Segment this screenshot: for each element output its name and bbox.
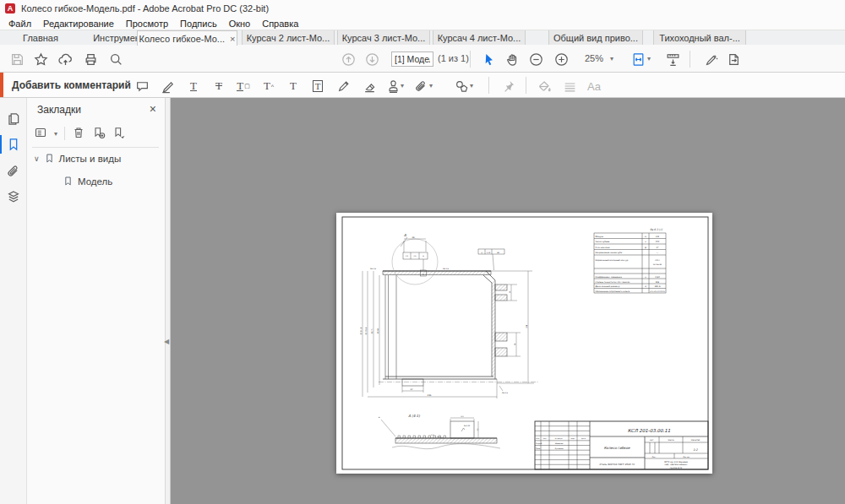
export-pdf-button[interactable] bbox=[725, 51, 742, 68]
svg-text:0°: 0° bbox=[657, 247, 659, 249]
line-thickness-button[interactable] bbox=[561, 78, 578, 95]
menu-sign[interactable]: Подпись bbox=[174, 19, 223, 29]
zoom-dropdown-caret[interactable]: ▾ bbox=[610, 55, 613, 62]
strikethrough-text-button[interactable]: T bbox=[210, 78, 227, 95]
layers-icon[interactable] bbox=[6, 189, 21, 204]
svg-text:Ø176,6: Ø176,6 bbox=[365, 327, 368, 334]
goto-bookmark-icon[interactable] bbox=[112, 126, 126, 141]
menu-file[interactable]: Файл bbox=[3, 19, 37, 29]
page-thumbnails-icon[interactable] bbox=[6, 111, 21, 127]
select-tool-button[interactable] bbox=[480, 51, 497, 68]
search-button[interactable] bbox=[107, 51, 124, 68]
fit-page-button[interactable] bbox=[630, 51, 646, 68]
print-button[interactable] bbox=[82, 51, 99, 68]
stamp-button[interactable] bbox=[384, 78, 401, 95]
menu-view[interactable]: Просмотр bbox=[120, 19, 174, 29]
highlight-button[interactable] bbox=[159, 78, 176, 95]
svg-text:20: 20 bbox=[514, 343, 516, 345]
main-section-view: Ø181,6 Ø176,6 Ø171 Ø164 28 168 16 20 24 … bbox=[360, 233, 539, 436]
fit-dropdown-caret[interactable]: ▾ bbox=[647, 55, 651, 62]
tab-doc-active[interactable]: Колесо гибкое-Мо...× bbox=[137, 30, 237, 46]
text-box-button[interactable]: T bbox=[309, 78, 326, 95]
svg-text:Ra 2,5: Ra 2,5 bbox=[502, 392, 509, 394]
svg-text:◎: ◎ bbox=[481, 252, 482, 254]
svg-text:0,1: 0,1 bbox=[406, 255, 409, 257]
comment-divider bbox=[488, 77, 489, 94]
measure-tool-button[interactable] bbox=[664, 51, 681, 68]
text-properties-button[interactable]: Aa bbox=[586, 78, 602, 95]
bookmark-options-icon[interactable] bbox=[34, 126, 47, 141]
eraser-button[interactable] bbox=[361, 78, 378, 95]
stamp-caret[interactable]: ▾ bbox=[401, 82, 404, 89]
replace-text-button[interactable]: T▢ bbox=[235, 78, 252, 95]
shapes-caret[interactable]: ▾ bbox=[470, 82, 473, 89]
active-panel-indicator bbox=[0, 135, 2, 154]
draw-pencil-button[interactable] bbox=[335, 78, 352, 95]
bookmarks-panel: Закладки × ▾ ∨ Листы и виды Модель bbox=[27, 98, 166, 504]
fill-sign-button[interactable] bbox=[703, 51, 720, 68]
panel-close-icon[interactable]: × bbox=[150, 102, 156, 116]
gear-parameters-table: Ra 6,3 (√) Модульm0,8 Число зубьевz222 У… bbox=[594, 228, 666, 294]
insert-text-button[interactable]: T^ bbox=[260, 78, 277, 95]
prev-page-button[interactable] bbox=[340, 51, 357, 68]
bookmarks-icon[interactable] bbox=[6, 137, 21, 152]
menu-help[interactable]: Справка bbox=[256, 19, 304, 29]
delete-bookmark-icon[interactable] bbox=[72, 126, 85, 141]
attach-file-button[interactable] bbox=[412, 78, 429, 95]
new-bookmark-icon[interactable] bbox=[92, 126, 106, 141]
sticky-note-button[interactable] bbox=[134, 78, 150, 95]
add-text-button[interactable]: T bbox=[285, 78, 302, 95]
svg-text:β: β bbox=[645, 247, 646, 249]
menu-window[interactable]: Окно bbox=[223, 19, 257, 29]
zoom-in-button[interactable] bbox=[553, 51, 570, 68]
svg-text:13755-81: 13755-81 bbox=[653, 263, 662, 266]
hand-tool-button[interactable] bbox=[504, 51, 521, 68]
svg-text:Нормальный исходный контур: Нормальный исходный контур bbox=[596, 259, 629, 262]
tab-doc-6[interactable]: Тихоходный вал-... bbox=[653, 30, 746, 46]
attachments-icon[interactable] bbox=[6, 164, 21, 179]
svg-text:Масса: Масса bbox=[668, 439, 675, 442]
svg-text:КСЛ 201-03.00.02: КСЛ 201-03.00.02 bbox=[650, 290, 665, 293]
shapes-button[interactable] bbox=[453, 78, 470, 95]
zoom-level-value[interactable]: 25% bbox=[585, 53, 603, 63]
next-page-button[interactable] bbox=[363, 51, 380, 68]
zoom-out-button[interactable] bbox=[527, 51, 544, 68]
tab-home[interactable]: Главная bbox=[7, 30, 74, 46]
svg-text:236: 236 bbox=[428, 394, 432, 397]
main-toolbar: (1 из 1) 25% ▾ ▾ bbox=[0, 45, 845, 73]
part-name: Колесо гибкое bbox=[604, 446, 630, 450]
color-fill-button[interactable] bbox=[536, 78, 553, 95]
keep-tool-pin-button[interactable] bbox=[499, 78, 516, 95]
comment-accent-stripe bbox=[0, 73, 3, 97]
svg-text:Подп.: Подп. bbox=[570, 437, 575, 440]
svg-text:Кузнецов: Кузнецов bbox=[555, 447, 564, 450]
svg-text:0,2: 0,2 bbox=[413, 255, 417, 257]
close-tab-icon[interactable]: × bbox=[230, 34, 235, 44]
menu-edit[interactable]: Редактирование bbox=[37, 19, 120, 29]
svg-text:16: 16 bbox=[509, 290, 511, 293]
tab-doc-3[interactable]: Курсач 3 лист-Мо... bbox=[337, 30, 430, 46]
save-button[interactable] bbox=[8, 51, 25, 68]
options-caret[interactable]: ▾ bbox=[54, 130, 57, 138]
page-number-input[interactable] bbox=[391, 51, 433, 67]
svg-text:ГОСТ: ГОСТ bbox=[655, 259, 661, 262]
svg-text:Дата: Дата bbox=[581, 437, 586, 440]
expand-caret-icon[interactable]: ∨ bbox=[34, 154, 40, 163]
share-cloud-button[interactable] bbox=[57, 51, 74, 68]
star-button[interactable] bbox=[32, 51, 49, 68]
bookmark-root-item[interactable]: ∨ Листы и виды bbox=[34, 153, 121, 164]
svg-text:Коэффициент смещения: Коэффициент смещения bbox=[596, 276, 623, 279]
underline-text-button[interactable]: T bbox=[185, 78, 202, 95]
bookmark-child-item[interactable]: Модель bbox=[63, 176, 112, 187]
attach-caret[interactable]: ▾ bbox=[429, 82, 433, 89]
svg-text:z: z bbox=[645, 241, 646, 243]
svg-text:3,1: 3,1 bbox=[461, 415, 464, 418]
tab-doc-2[interactable]: Курсач 2 лист-Мо... bbox=[242, 30, 335, 46]
add-comment-label: Добавить комментарий bbox=[12, 79, 131, 91]
comment-divider bbox=[526, 77, 526, 94]
tab-doc-4[interactable]: Курсач 4 лист-Мо... bbox=[433, 30, 526, 46]
svg-text:8-В: 8-В bbox=[656, 281, 659, 284]
document-canvas[interactable]: Ra 6,3 (√) Модульm0,8 Число зубьевz222 У… bbox=[171, 98, 845, 504]
svg-text:—: — bbox=[657, 252, 659, 254]
tab-doc-5[interactable]: Общий вид приво... bbox=[548, 30, 643, 46]
